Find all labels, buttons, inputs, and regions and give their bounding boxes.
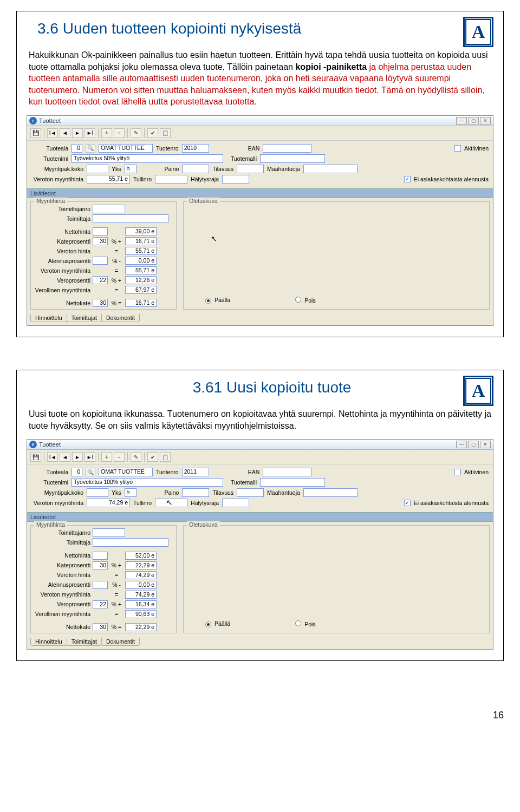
toolbar: 💾 I◄ ◄ ► ►I + − ✎ ✔ 📋 xyxy=(27,450,493,464)
radio-paalla[interactable] xyxy=(205,298,211,304)
tab-dokumentit[interactable]: Dokumentit xyxy=(101,314,140,322)
label-aktiivinen: Aktiivinen xyxy=(464,145,489,152)
nav-prev-icon[interactable]: ◄ xyxy=(60,128,70,138)
nettohinta-input[interactable]: 39,00 e xyxy=(125,227,157,235)
myyntipak-input[interactable] xyxy=(87,165,108,173)
tuoteala-name-input[interactable]: OMAT TUOTTEE xyxy=(99,144,153,153)
veroton-myynti-input[interactable]: 55,71 e xyxy=(87,175,130,184)
tuotenro-input[interactable]: 2011 xyxy=(182,468,209,476)
yks-input[interactable]: h xyxy=(125,488,136,497)
save-icon[interactable]: 💾 xyxy=(30,452,41,462)
add-icon[interactable]: + xyxy=(101,452,112,462)
tab-hinnoittelu[interactable]: Hinnoittelu xyxy=(30,638,67,646)
confirm-icon[interactable]: ✔ xyxy=(147,452,158,462)
title-bar: e Tuotteet — ▢ ✕ xyxy=(27,116,493,126)
lookup-icon[interactable]: 🔍 xyxy=(86,144,95,153)
myyntipak-input[interactable] xyxy=(87,488,108,497)
tullinro-input[interactable] xyxy=(155,175,187,184)
vero-pct-input[interactable]: 22 xyxy=(93,276,108,284)
logo-icon: A xyxy=(463,376,493,406)
radio-pois[interactable] xyxy=(295,620,301,626)
tuotenro-input[interactable]: 2010 xyxy=(182,144,209,153)
nav-last-icon[interactable]: ►I xyxy=(84,452,95,462)
cursor-icon: ↖ xyxy=(166,498,173,507)
label-maahantuoja: Maahantuoja xyxy=(267,166,300,172)
nav-next-icon[interactable]: ► xyxy=(72,128,83,138)
halytysraja-input[interactable] xyxy=(222,499,249,507)
maximize-icon[interactable]: ▢ xyxy=(468,117,479,125)
paino-input[interactable] xyxy=(182,165,209,173)
aktiivinen-checkbox[interactable] xyxy=(454,145,461,152)
label-tuotenimi: Tuotenimi xyxy=(31,155,68,162)
section-header-lisatiedot: Lisätiedot xyxy=(27,188,493,198)
confirm-icon[interactable]: ✔ xyxy=(147,128,158,138)
myyntihinta-group: Myyntihinta Toimittajanro Toimittaja Net… xyxy=(30,525,177,633)
tuoteala-input[interactable]: 0 xyxy=(72,468,82,476)
toimittajanro-input[interactable] xyxy=(93,205,125,213)
label-ei-alennus: Ei asiakaskohtaista alennusta xyxy=(414,176,489,182)
label-myyntipak: Myyntipak.koko xyxy=(31,166,83,172)
ean-input[interactable] xyxy=(263,468,311,476)
save-icon[interactable]: 💾 xyxy=(30,128,41,138)
app-window-2: e Tuotteet — ▢ ✕ 💾 I◄ ◄ ► ►I + − ✎ ✔ 📋 xyxy=(27,439,493,650)
maahantuoja-input[interactable] xyxy=(303,488,358,497)
paino-input[interactable] xyxy=(182,488,209,497)
close-icon[interactable]: ✕ xyxy=(480,117,491,125)
tuoteala-input[interactable]: 0 xyxy=(72,144,82,153)
ei-alennus-checkbox[interactable] xyxy=(404,176,411,182)
tuotemalli-input[interactable] xyxy=(260,478,325,487)
tuotenimi-input[interactable]: Työveloitus 100% ylityö xyxy=(72,478,223,487)
tab-toimittajat[interactable]: Toimittajat xyxy=(67,314,102,322)
form-header-area: Tuoteala 0 🔍 OMAT TUOTTEE Tuotenro 2010 … xyxy=(27,141,493,188)
halytysraja-input[interactable] xyxy=(222,175,249,184)
toimittaja-input[interactable] xyxy=(93,214,168,223)
oletuskuva-group: Oletuskuva ↖ Päällä Pois xyxy=(183,201,490,310)
copy-icon[interactable]: 📋 xyxy=(160,452,171,462)
veroton-myynti-input[interactable]: 74,29 e xyxy=(87,499,130,507)
nav-last-icon[interactable]: ►I xyxy=(84,128,95,138)
yks-input[interactable]: h xyxy=(125,165,136,173)
label-yks: Yks xyxy=(112,166,121,172)
ei-alennus-checkbox[interactable] xyxy=(404,500,411,506)
copy-icon[interactable]: 📋 xyxy=(160,128,171,138)
tuoteala-name-input[interactable]: OMAT TUOTTEE xyxy=(99,468,153,476)
alen-pct-input[interactable] xyxy=(93,257,108,265)
edit-icon[interactable]: ✎ xyxy=(131,128,141,138)
kate-pct-input[interactable]: 30 xyxy=(93,237,108,245)
lookup-icon[interactable]: 🔍 xyxy=(86,468,95,476)
remove-icon[interactable]: − xyxy=(114,452,125,462)
toimittaja-input[interactable] xyxy=(93,538,168,547)
aktiivinen-checkbox[interactable] xyxy=(454,469,461,475)
myyntihinta-legend: Myyntihinta xyxy=(34,198,67,204)
add-icon[interactable]: + xyxy=(101,128,112,138)
tuotenimi-input[interactable]: Työveloitus 50% ylityö xyxy=(72,154,223,163)
remove-icon[interactable]: − xyxy=(114,128,125,138)
radio-paalla[interactable] xyxy=(205,621,211,627)
tullinro-input[interactable]: ↖ xyxy=(155,499,187,507)
tab-hinnoittelu[interactable]: Hinnoittelu xyxy=(30,314,67,322)
maximize-icon[interactable]: ▢ xyxy=(468,441,479,448)
window-title: Tuotteet xyxy=(39,441,456,448)
minimize-icon[interactable]: — xyxy=(456,117,467,125)
tab-dokumentit[interactable]: Dokumentit xyxy=(101,638,140,646)
tuotemalli-input[interactable] xyxy=(260,154,325,163)
nav-first-icon[interactable]: I◄ xyxy=(47,128,58,138)
oletuskuva-legend: Oletuskuva xyxy=(187,198,220,204)
tilavuus-input[interactable] xyxy=(237,165,264,173)
nav-prev-icon[interactable]: ◄ xyxy=(60,452,70,462)
slide1-body: Hakuikkunan Ok-painikkeen painallus tuo … xyxy=(27,47,493,113)
toimittajanro-input[interactable] xyxy=(93,528,125,537)
close-icon[interactable]: ✕ xyxy=(480,441,491,448)
radio-pois[interactable] xyxy=(295,297,301,303)
tilavuus-input[interactable] xyxy=(237,488,264,497)
edit-icon[interactable]: ✎ xyxy=(131,452,141,462)
nav-first-icon[interactable]: I◄ xyxy=(47,452,58,462)
tab-toimittajat[interactable]: Toimittajat xyxy=(67,638,102,646)
bottom-tabs: Hinnoittelu Toimittajat Dokumentit xyxy=(27,313,493,325)
page-number: 16 xyxy=(0,704,520,726)
maahantuoja-input[interactable] xyxy=(303,165,358,173)
ean-input[interactable] xyxy=(263,144,311,153)
nav-next-icon[interactable]: ► xyxy=(72,452,83,462)
label-tuotenro: Tuotenro xyxy=(156,145,179,152)
minimize-icon[interactable]: — xyxy=(456,441,467,448)
